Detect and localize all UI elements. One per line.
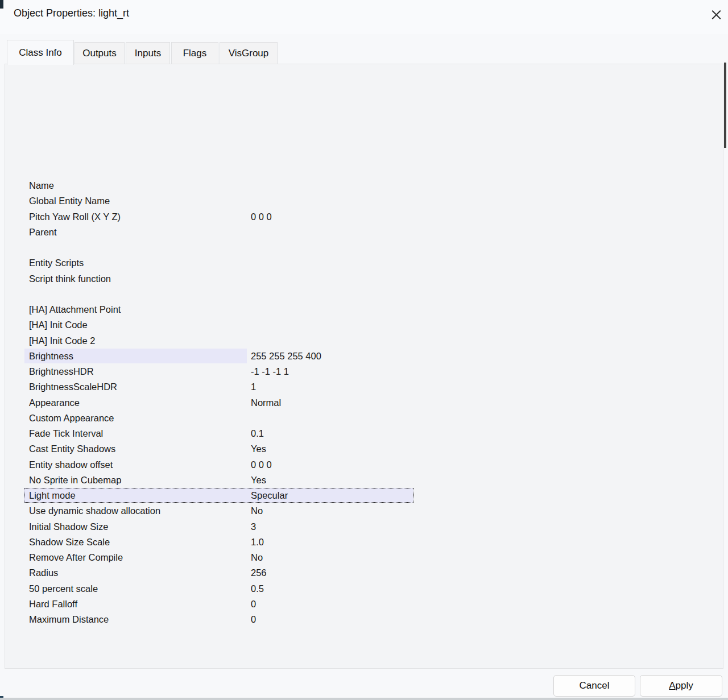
- window-bottom-edge: [0, 698, 728, 700]
- value-cell[interactable]: 255 255 255 400: [251, 349, 321, 363]
- tab-visgroup[interactable]: VisGroup: [220, 42, 278, 64]
- property-name-cell[interactable]: Pitch Yaw Roll (X Y Z): [24, 209, 247, 224]
- property-name-cell[interactable]: Maximum Distance: [24, 612, 247, 627]
- value-cell[interactable]: Yes: [251, 473, 266, 487]
- property-name-cell[interactable]: Cast Entity Shadows: [24, 441, 247, 456]
- property-name-cell[interactable]: Radius: [24, 565, 247, 580]
- cancel-button[interactable]: Cancel: [553, 675, 635, 697]
- dialog-title: Object Properties: light_rt: [14, 7, 129, 19]
- close-button[interactable]: [705, 5, 727, 26]
- apply-button[interactable]: Apply: [640, 675, 722, 697]
- background-window-edge: [724, 63, 726, 148]
- property-name-cell[interactable]: Global Entity Name: [24, 193, 247, 208]
- tab-class-info[interactable]: Class Info: [7, 40, 74, 65]
- property-name-cell[interactable]: Entity Scripts: [24, 255, 247, 270]
- property-name-cell[interactable]: [HA] Init Code 2: [24, 333, 247, 348]
- tab-flags[interactable]: Flags: [171, 42, 218, 64]
- value-cell[interactable]: 1.0: [251, 535, 264, 549]
- property-name-cell[interactable]: Fade Tick Interval: [24, 426, 247, 441]
- property-name-cell[interactable]: [HA] Init Code: [24, 317, 247, 332]
- value-cell[interactable]: Yes: [251, 441, 266, 456]
- value-cell[interactable]: 0 0 0: [251, 209, 272, 224]
- title-bar: Object Properties: light_rt: [0, 0, 728, 34]
- property-name-cell[interactable]: Entity shadow offset: [24, 457, 247, 472]
- value-cell[interactable]: No: [251, 503, 263, 518]
- property-name-cell[interactable]: No Sprite in Cubemap: [24, 473, 247, 487]
- property-name-cell[interactable]: Brightness: [24, 349, 247, 363]
- value-cell[interactable]: 0: [251, 597, 256, 611]
- value-cell[interactable]: 1: [251, 379, 256, 394]
- object-properties-dialog: Object Properties: light_rt Class InfoOu…: [0, 0, 728, 700]
- property-name-cell[interactable]: BrightnessScaleHDR: [24, 379, 247, 394]
- value-cell[interactable]: Specular: [251, 488, 288, 503]
- value-cell[interactable]: 0 0 0: [251, 457, 272, 472]
- property-name-cell[interactable]: 50 percent scale: [24, 581, 247, 596]
- tab-inputs[interactable]: Inputs: [126, 42, 170, 64]
- tab-outputs[interactable]: Outputs: [75, 42, 125, 64]
- value-cell[interactable]: Normal: [251, 395, 281, 410]
- value-cell[interactable]: No: [251, 550, 263, 565]
- value-cell[interactable]: 256: [251, 565, 267, 580]
- property-name-cell[interactable]: Remove After Compile: [24, 550, 247, 565]
- property-name-cell[interactable]: Script think function: [24, 271, 247, 286]
- value-cell[interactable]: 0.1: [251, 426, 264, 441]
- property-name-cell[interactable]: Shadow Size Scale: [24, 535, 247, 549]
- value-cell[interactable]: -1 -1 -1 1: [251, 364, 289, 379]
- property-name-cell[interactable]: Hard Falloff: [24, 597, 247, 611]
- property-name-cell[interactable]: Name: [24, 178, 247, 193]
- property-name-cell[interactable]: Initial Shadow Size: [24, 519, 247, 534]
- property-name-cell[interactable]: [HA] Attachment Point: [24, 302, 247, 317]
- value-cell[interactable]: 0.5: [251, 581, 264, 596]
- property-name-cell[interactable]: Custom Appearance: [24, 411, 247, 425]
- property-name-cell[interactable]: BrightnessHDR: [24, 364, 247, 379]
- background-window-artifact: [0, 0, 3, 9]
- property-name-cell[interactable]: Parent: [24, 225, 247, 239]
- property-name-cell[interactable]: Light mode: [24, 488, 247, 503]
- property-name-cell[interactable]: Use dynamic shadow allocation: [24, 503, 247, 518]
- property-name-cell[interactable]: Appearance: [24, 395, 247, 410]
- value-cell[interactable]: 3: [251, 519, 256, 534]
- value-cell[interactable]: 0: [251, 612, 256, 627]
- table-row[interactable]: Light modeSpecular: [23, 488, 437, 503]
